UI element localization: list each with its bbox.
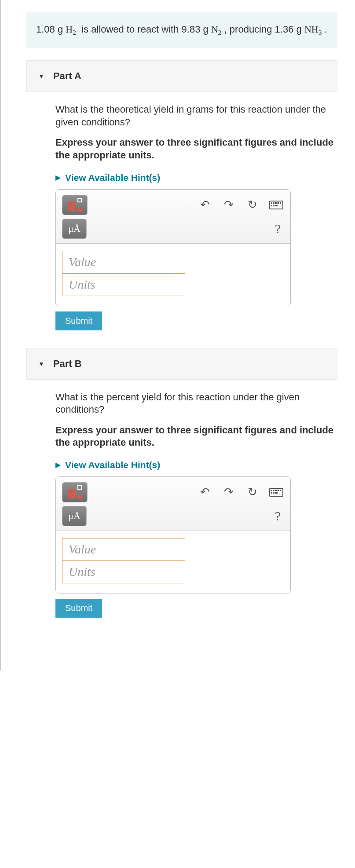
units-placeholder: Units [69,565,95,579]
submit-button[interactable]: Submit [55,311,102,330]
undo-icon: ↶ [200,198,210,212]
units-input[interactable]: Units [62,273,185,296]
answer-box: ↶ ↷ ↻ [55,189,291,306]
collapse-icon: ▼ [38,360,44,367]
keyboard-icon [269,201,283,209]
value-input[interactable]: Value [62,251,185,274]
part-title: Part A [53,70,81,82]
redo-icon: ↷ [224,198,234,212]
templates-button[interactable] [62,482,88,502]
answer-toolbar: ↶ ↷ ↻ [56,477,290,531]
template-icon [68,486,82,498]
answer-toolbar: ↶ ↷ ↻ [56,190,290,244]
units-placeholder: Units [69,278,95,292]
reset-button[interactable]: ↻ [245,484,260,500]
help-button[interactable]: ? [275,509,281,524]
undo-icon: ↶ [200,485,210,499]
keyboard-button[interactable] [268,484,284,500]
redo-button[interactable]: ↷ [221,197,237,213]
keyboard-icon [269,488,283,497]
templates-button[interactable] [62,195,88,215]
part-a-header[interactable]: ▼ Part A [26,60,337,92]
expand-icon: ▶ [55,173,61,182]
help-icon: ? [275,509,281,523]
undo-button[interactable]: ↶ [197,484,213,500]
reset-icon: ↻ [248,485,257,499]
undo-button[interactable]: ↶ [197,197,213,213]
expand-icon: ▶ [55,461,61,469]
template-icon [68,199,82,211]
part-b-instruction: Express your answer to three significant… [55,424,337,449]
redo-icon: ↷ [224,485,234,499]
redo-button[interactable]: ↷ [221,484,237,500]
view-hints-button[interactable]: ▶ View Available Hint(s) [55,460,337,470]
part-a-question: What is the theoretical yield in grams f… [55,103,337,128]
answer-box: ↶ ↷ ↻ [55,476,291,593]
view-hints-button[interactable]: ▶ View Available Hint(s) [55,172,337,183]
help-button[interactable]: ? [275,221,281,236]
value-placeholder: Value [69,255,96,269]
special-chars-button[interactable]: μÅ [62,506,87,526]
reset-icon: ↻ [248,198,257,212]
part-title: Part B [53,358,82,370]
help-icon: ? [275,221,281,236]
hints-label: View Available Hint(s) [65,460,160,470]
submit-label: Submit [65,603,92,613]
part-b-question: What is the percent yield for this react… [55,391,337,416]
units-input[interactable]: Units [62,560,185,583]
keyboard-button[interactable] [268,197,284,213]
part-b-header[interactable]: ▼ Part B [26,348,337,380]
special-chars-label: μÅ [68,223,81,234]
submit-label: Submit [65,316,92,326]
part-a-instruction: Express your answer to three significant… [55,136,337,161]
submit-button[interactable]: Submit [55,599,102,618]
collapse-icon: ▼ [38,73,44,80]
reset-button[interactable]: ↻ [245,197,260,213]
value-input[interactable]: Value [62,538,185,561]
problem-statement: 1.08 g H2 is allowed to react with 9.83 … [26,12,337,48]
special-chars-label: μÅ [68,510,81,522]
value-placeholder: Value [69,542,96,557]
special-chars-button[interactable]: μÅ [62,219,87,239]
hints-label: View Available Hint(s) [65,172,160,183]
